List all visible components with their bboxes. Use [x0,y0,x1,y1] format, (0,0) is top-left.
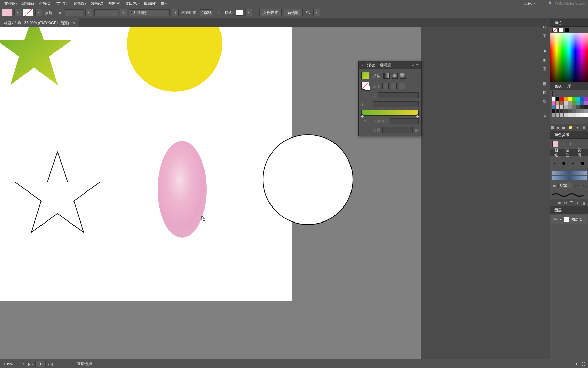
color-spectrum[interactable] [550,33,588,82]
harmony-icon[interactable]: ⊕ [562,142,566,146]
tab-swatches[interactable]: 色板 [553,83,563,89]
var-width-field[interactable] [94,9,118,16]
swatch-cell[interactable] [576,97,580,101]
gradient-stop-left[interactable] [360,114,364,118]
swatch-cell[interactable] [552,97,555,101]
aspect-icon[interactable]: ⬮ [361,102,370,107]
swatch-cell[interactable] [568,113,572,117]
aspect-field[interactable] [373,101,419,107]
brushes-panel-header[interactable]: 画笔 描边 符号 [550,149,588,156]
swatch-cell[interactable] [556,97,559,101]
swatch-cell[interactable] [564,101,568,105]
menu-edit[interactable]: 编辑(E) [19,0,36,7]
swatch-cell[interactable] [556,109,559,113]
next-artboard-icon[interactable]: › [48,362,49,366]
swatch-cell[interactable] [564,113,568,117]
black-swatch[interactable] [565,28,569,32]
panel-menu-icon[interactable]: ≡ [416,63,419,67]
art-brush-preview[interactable] [552,191,587,198]
stop-location-field[interactable] [382,127,413,133]
tab-color-guide[interactable]: 颜色参考 [553,132,571,138]
stroke-weight-input[interactable] [558,183,572,188]
stroke-grad-3[interactable] [399,83,405,89]
fill-dropdown[interactable]: ▾ [14,9,21,16]
gradient-stroke-swatch[interactable] [361,82,369,90]
swatch-cell[interactable] [552,101,555,105]
menu-view[interactable]: 视图(V) [106,0,123,7]
base-color-swatch[interactable] [552,141,558,147]
menu-window[interactable]: 窗口(W) [123,0,141,7]
art-outline-circle[interactable] [262,134,354,226]
var-width-dropdown[interactable]: ▾ [120,9,127,16]
swatch-options-icon[interactable]: ☰ [562,125,566,130]
swatch-kind-icon[interactable]: ◆ [557,125,559,130]
swatch-cell[interactable] [568,97,572,101]
swatch-cell[interactable] [564,109,568,113]
swatch-cell[interactable] [584,97,588,101]
zoom-level[interactable]: 8.09% [3,362,20,366]
brush-sample-2[interactable] [562,162,565,165]
artboard-number[interactable]: 1 [35,361,46,367]
menu-type[interactable]: 文字(T) [54,0,71,7]
tab-gradient[interactable]: 渐变 [368,63,375,68]
menu-help[interactable]: 帮助(H) [141,0,159,7]
stroke-grad-1[interactable] [382,83,389,89]
fullscreen-icon[interactable]: ⛶ [582,362,585,366]
panel-collapse-icon[interactable]: ›› [412,63,414,67]
swatch-cell[interactable] [580,101,584,105]
align-icon[interactable]: ▦ [541,80,548,87]
opacity-flyout[interactable]: › [215,9,222,16]
remove-brush-icon[interactable]: ⊘ [564,201,567,205]
gradient-type-linear[interactable] [383,73,390,79]
gradient-panel-header[interactable]: « 渐变 透明度 ›› ≡ [359,61,421,69]
swatch-cell[interactable] [560,113,564,117]
swatch-cell[interactable] [572,105,576,109]
white-swatch[interactable] [558,28,563,32]
swatch-cell[interactable] [580,109,584,113]
export-icon[interactable]: ↗ [541,113,548,119]
layer-name[interactable]: 图层 1 [571,217,586,222]
brush-strip-list[interactable] [550,170,588,181]
delete-brush-icon[interactable]: 🗑 [582,201,586,205]
swatch-cell[interactable] [572,109,576,113]
align-flyout-dropdown[interactable]: ▾ [313,9,320,16]
harmony-rules-icon[interactable]: ⫴ [570,142,571,146]
swatch-cell[interactable] [576,105,580,109]
swatch-cell[interactable] [560,97,564,101]
menu-arrange-doc-icon[interactable]: ▥ ▾ [159,0,169,7]
document-tab[interactable]: 标题-1* @ 138.09% (CMYK/GPU 预览) × [0,18,79,27]
visibility-icon[interactable]: 👁 [552,217,558,221]
swatch-cell[interactable] [576,109,580,113]
eyedropper-icon[interactable]: ✎ [361,119,370,124]
brush-sample-1[interactable] [554,163,555,164]
menu-effect[interactable]: 效果(C) [88,0,105,7]
swatch-cell[interactable] [564,97,568,101]
pressure-icon[interactable]: ▭ [552,184,556,188]
swatches-grid[interactable] [550,95,588,124]
swatch-cell[interactable] [572,101,576,105]
gradient-slider[interactable] [361,110,419,116]
swatch-lib-menu-icon[interactable]: ⊞ [551,125,554,130]
tab-color[interactable]: 颜色 [553,19,563,26]
swatch-cell[interactable] [564,105,568,109]
swatch-cell[interactable] [568,101,572,105]
swatch-cell[interactable] [580,97,584,101]
swatch-cell[interactable] [572,113,576,117]
graphic-styles-icon[interactable]: ▣ [541,57,548,63]
swatch-cell[interactable] [584,113,588,117]
brush-samples[interactable] [550,156,588,170]
appearance-icon[interactable]: ◑ [541,48,548,54]
swatch-cell[interactable] [572,97,576,101]
swatch-cell[interactable] [552,113,555,117]
stroke-weight-field[interactable] [65,9,83,16]
swatch-lib-icon[interactable]: ◫ [541,65,548,72]
info-icon[interactable]: ⓘ [541,33,548,39]
brush-strip[interactable] [552,176,587,180]
gradient-type-freeform[interactable] [400,73,406,79]
swatches-panel-header[interactable]: 色板 库 [550,82,588,90]
swatch-cell[interactable] [556,105,559,109]
swatch-cell[interactable] [560,105,564,109]
pathfinder-icon[interactable]: ◧ [541,89,548,95]
artboard[interactable] [0,27,292,301]
graphic-style-swatch[interactable] [236,10,243,16]
